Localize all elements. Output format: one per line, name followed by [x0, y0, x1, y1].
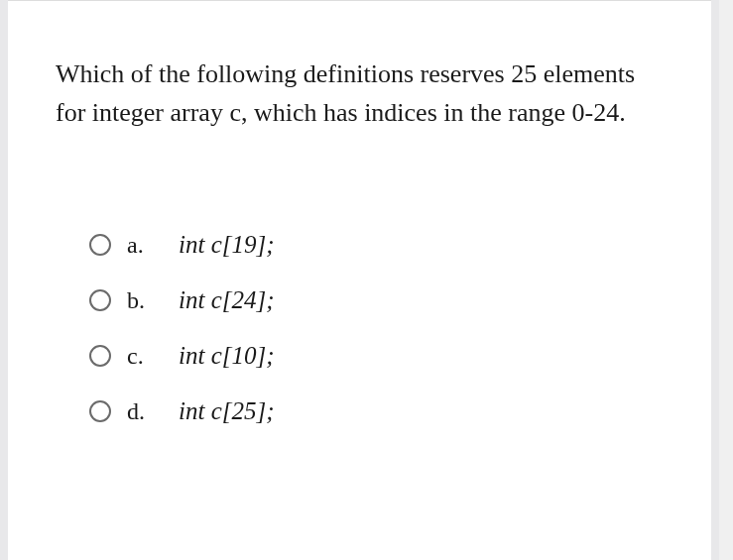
- radio-icon[interactable]: [89, 345, 111, 367]
- option-text: int c[10];: [163, 342, 275, 370]
- option-text: int c[19];: [163, 231, 275, 259]
- radio-icon[interactable]: [89, 234, 111, 256]
- option-text: int c[24];: [163, 286, 275, 314]
- question-text: Which of the following definitions reser…: [56, 55, 664, 132]
- option-letter: a.: [111, 232, 163, 259]
- radio-icon[interactable]: [89, 289, 111, 311]
- option-letter: c.: [111, 343, 163, 370]
- option-c[interactable]: c. int c[10];: [89, 342, 664, 370]
- option-text: int c[25];: [163, 397, 275, 425]
- scrollbar-track[interactable]: [719, 0, 733, 560]
- option-d[interactable]: d. int c[25];: [89, 397, 664, 425]
- radio-icon[interactable]: [89, 400, 111, 422]
- option-a[interactable]: a. int c[19];: [89, 231, 664, 259]
- question-card: Which of the following definitions reser…: [8, 0, 711, 560]
- options-list: a. int c[19]; b. int c[24]; c. int c[10]…: [56, 231, 664, 425]
- option-letter: b.: [111, 287, 163, 314]
- option-letter: d.: [111, 398, 163, 425]
- option-b[interactable]: b. int c[24];: [89, 286, 664, 314]
